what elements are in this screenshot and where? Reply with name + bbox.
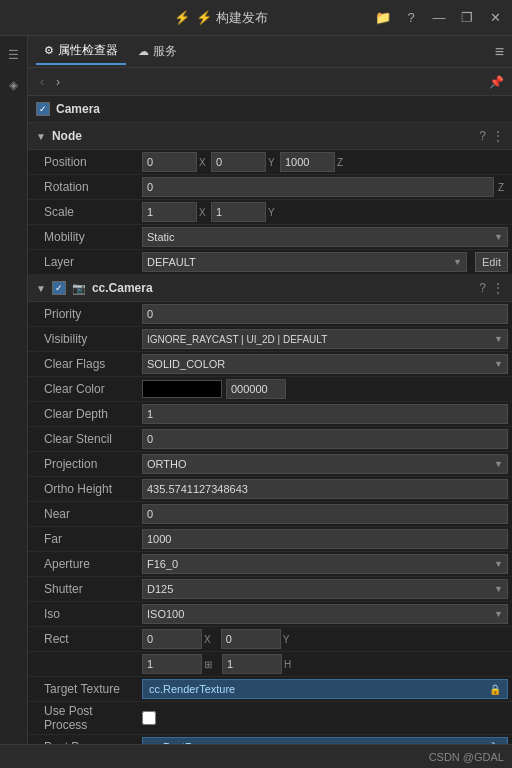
far-input[interactable] bbox=[142, 529, 508, 549]
rect-w-input[interactable] bbox=[142, 654, 202, 674]
node-toggle-icon: ▼ bbox=[36, 131, 46, 142]
edit-button[interactable]: Edit bbox=[475, 252, 508, 272]
cc-camera-toggle-icon: ▼ bbox=[36, 283, 46, 294]
priority-row: Priority bbox=[28, 302, 512, 327]
cc-camera-icon: 📷 bbox=[72, 282, 86, 295]
tab-properties[interactable]: ⚙ 属性检查器 bbox=[36, 38, 126, 65]
sidebar-icon-nav[interactable]: ◈ bbox=[3, 74, 25, 96]
projection-value: ORTHO ▼ bbox=[138, 454, 512, 474]
ortho-height-label: Ortho Height bbox=[28, 482, 138, 496]
minimize-button[interactable]: — bbox=[430, 9, 448, 27]
rotation-z-input[interactable] bbox=[142, 177, 494, 197]
target-texture-value: cc.RenderTexture 🔒 bbox=[138, 679, 512, 699]
mobility-dropdown-arrow: ▼ bbox=[494, 232, 503, 242]
maximize-button[interactable]: ❐ bbox=[458, 9, 476, 27]
visibility-dropdown[interactable]: IGNORE_RAYCAST | UI_2D | DEFAULT ▼ bbox=[142, 329, 508, 349]
mobility-value: Static ▼ bbox=[138, 227, 512, 247]
clear-flags-label: Clear Flags bbox=[28, 357, 138, 371]
position-y-input[interactable] bbox=[211, 152, 266, 172]
iso-dropdown-arrow: ▼ bbox=[494, 609, 503, 619]
scale-label: Scale bbox=[28, 205, 138, 219]
visibility-label: Visibility bbox=[28, 332, 138, 346]
node-section-title: Node bbox=[52, 129, 473, 143]
ortho-height-input[interactable] bbox=[142, 479, 508, 499]
node-more-icon[interactable]: ⋮ bbox=[492, 129, 504, 143]
rect-w-item: ⊞ bbox=[142, 654, 212, 674]
tab-services-label: 服务 bbox=[153, 43, 177, 60]
near-input[interactable] bbox=[142, 504, 508, 524]
cc-camera-section-header[interactable]: ▼ ✓ 📷 cc.Camera ? ⋮ bbox=[28, 275, 512, 302]
close-button[interactable]: ✕ bbox=[486, 9, 504, 27]
folder-button[interactable]: 📁 bbox=[374, 9, 392, 27]
clear-flags-dropdown[interactable]: SOLID_COLOR ▼ bbox=[142, 354, 508, 374]
iso-dropdown[interactable]: ISO100 ▼ bbox=[142, 604, 508, 624]
cc-camera-help-icon[interactable]: ? bbox=[479, 281, 486, 295]
camera-checkbox[interactable]: ✓ bbox=[36, 102, 50, 116]
aperture-row: Aperture F16_0 ▼ bbox=[28, 552, 512, 577]
projection-label: Projection bbox=[28, 457, 138, 471]
rect-row-2: ⊞ H bbox=[28, 652, 512, 677]
rect-label: Rect bbox=[28, 632, 138, 646]
layer-dropdown[interactable]: DEFAULT ▼ bbox=[142, 252, 467, 272]
clear-color-value bbox=[138, 379, 512, 399]
aperture-label: Aperture bbox=[28, 557, 138, 571]
mobility-dropdown[interactable]: Static ▼ bbox=[142, 227, 508, 247]
position-z-input[interactable] bbox=[280, 152, 335, 172]
shutter-dropdown[interactable]: D125 ▼ bbox=[142, 579, 508, 599]
color-hex-input[interactable] bbox=[226, 379, 286, 399]
sidebar-icon-menu[interactable]: ☰ bbox=[3, 44, 25, 66]
clear-flags-value: SOLID_COLOR ▼ bbox=[138, 354, 512, 374]
position-x-input[interactable] bbox=[142, 152, 197, 172]
rotation-label: Rotation bbox=[28, 180, 138, 194]
titlebar: ⚡ ⚡ 构建发布 📁 ? — ❐ ✕ bbox=[0, 0, 512, 36]
back-button[interactable]: ‹ bbox=[36, 73, 48, 91]
position-y-field: Y bbox=[211, 152, 278, 172]
projection-dropdown[interactable]: ORTHO ▼ bbox=[142, 454, 508, 474]
color-preview[interactable] bbox=[142, 380, 222, 398]
cc-camera-section-actions: ? ⋮ bbox=[479, 281, 504, 295]
camera-label: Camera bbox=[56, 102, 100, 116]
visibility-row: Visibility IGNORE_RAYCAST | UI_2D | DEFA… bbox=[28, 327, 512, 352]
visibility-dropdown-arrow: ▼ bbox=[494, 334, 503, 344]
clear-depth-input[interactable] bbox=[142, 404, 508, 424]
priority-input[interactable] bbox=[142, 304, 508, 324]
properties-icon: ⚙ bbox=[44, 44, 54, 57]
statusbar: CSDN @GDAL bbox=[0, 744, 512, 768]
far-value bbox=[138, 529, 512, 549]
clear-stencil-input[interactable] bbox=[142, 429, 508, 449]
clear-depth-label: Clear Depth bbox=[28, 407, 138, 421]
forward-button[interactable]: › bbox=[52, 73, 64, 91]
scale-y-input[interactable] bbox=[211, 202, 266, 222]
clear-depth-row: Clear Depth bbox=[28, 402, 512, 427]
lock-icon: 🔒 bbox=[489, 684, 501, 695]
clear-color-label: Clear Color bbox=[28, 382, 138, 396]
aperture-dropdown[interactable]: F16_0 ▼ bbox=[142, 554, 508, 574]
rect-value-2: ⊞ H bbox=[138, 654, 512, 674]
projection-dropdown-arrow: ▼ bbox=[494, 459, 503, 469]
scale-y-label: Y bbox=[268, 207, 278, 218]
target-texture-field[interactable]: cc.RenderTexture 🔒 bbox=[142, 679, 508, 699]
position-x-field: X bbox=[142, 152, 209, 172]
node-help-icon[interactable]: ? bbox=[479, 129, 486, 143]
cc-camera-more-icon[interactable]: ⋮ bbox=[492, 281, 504, 295]
tabbar-menu-button[interactable]: ≡ bbox=[495, 43, 504, 61]
clear-flags-dropdown-arrow: ▼ bbox=[494, 359, 503, 369]
node-section-header[interactable]: ▼ Node ? ⋮ bbox=[28, 123, 512, 150]
cc-camera-enable-checkbox[interactable]: ✓ bbox=[52, 281, 66, 295]
tab-services[interactable]: ☁ 服务 bbox=[130, 39, 185, 64]
layer-row: Layer DEFAULT ▼ Edit bbox=[28, 250, 512, 275]
use-post-process-label: Use Post Process bbox=[28, 704, 138, 732]
use-post-process-checkbox[interactable] bbox=[142, 711, 156, 725]
rect-x-input[interactable] bbox=[142, 629, 202, 649]
pin-button[interactable]: 📌 bbox=[489, 75, 504, 89]
rect-y-input[interactable] bbox=[221, 629, 281, 649]
tab-properties-label: 属性检查器 bbox=[58, 42, 118, 59]
help-button[interactable]: ? bbox=[402, 9, 420, 27]
titlebar-label: ⚡ 构建发布 bbox=[196, 9, 268, 27]
ortho-height-value bbox=[138, 479, 512, 499]
near-value bbox=[138, 504, 512, 524]
scale-x-input[interactable] bbox=[142, 202, 197, 222]
titlebar-center: ⚡ ⚡ 构建发布 bbox=[174, 9, 268, 27]
rect-h-input[interactable] bbox=[222, 654, 282, 674]
rect-x-label: X bbox=[204, 634, 211, 645]
